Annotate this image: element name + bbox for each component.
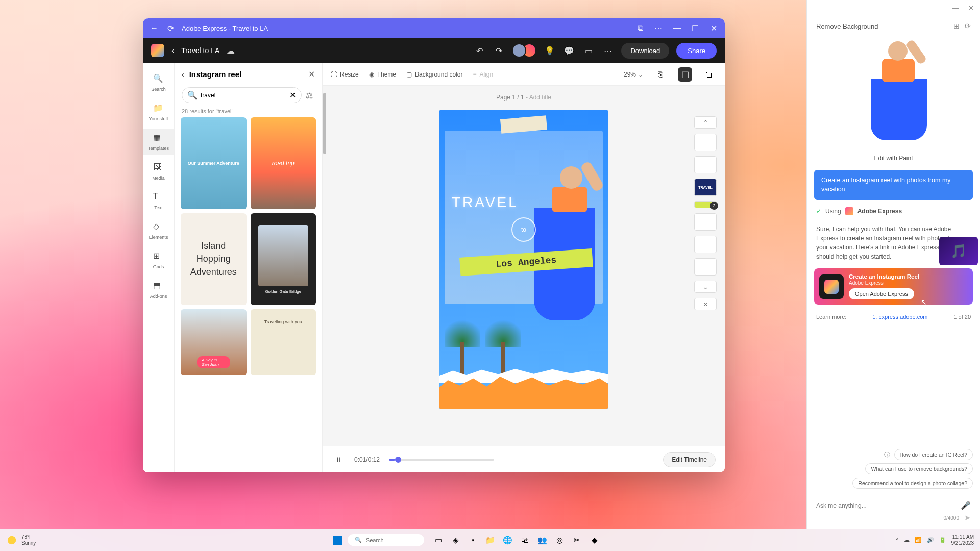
expand-layers-icon[interactable]: ⌄ xyxy=(694,281,717,293)
refresh-icon[interactable]: ⟳ xyxy=(165,23,176,33)
search-field[interactable] xyxy=(201,92,286,99)
system-tray[interactable]: ^ ☁ 📶 🔊 🔋 11:11 AM 9/21/2023 xyxy=(896,534,974,546)
teams-icon[interactable]: 👥 xyxy=(535,533,550,547)
send-icon[interactable]: ➤ xyxy=(964,513,971,522)
volume-icon[interactable]: 🔊 xyxy=(927,537,934,543)
info-icon[interactable]: ⓘ xyxy=(884,450,890,459)
cloud-sync-icon[interactable]: ☁ xyxy=(227,46,235,56)
panel-close-icon[interactable]: ✕ xyxy=(308,69,315,79)
resize-button[interactable]: ⛶Resize xyxy=(331,71,359,78)
suggestion-chip[interactable]: How do I create an IG Reel? xyxy=(894,449,973,460)
template-thumb[interactable]: Island Hopping Adventures xyxy=(181,213,247,305)
rail-templates[interactable]: ▦ Templates xyxy=(143,129,174,155)
layer-thumb[interactable] xyxy=(694,236,717,253)
task-view-icon[interactable]: ▭ xyxy=(431,533,446,547)
edge-icon[interactable]: 🌐 xyxy=(501,533,515,547)
template-thumb[interactable]: Our Summer Adventure xyxy=(181,117,247,209)
template-thumb[interactable]: Travelling with you xyxy=(251,309,316,375)
adobe-express-card[interactable]: Create an Instagram Reel Adobe Express O… xyxy=(814,268,973,305)
mic-icon[interactable]: 🎤 xyxy=(961,500,971,510)
back-icon[interactable]: ← xyxy=(149,23,159,33)
close-icon[interactable]: ✕ xyxy=(708,23,719,33)
learn-more-link[interactable]: 1. express.adobe.com xyxy=(872,314,927,320)
copilot-input[interactable] xyxy=(816,502,957,509)
filter-icon[interactable]: ⚖ xyxy=(306,91,315,100)
minimize-icon[interactable]: — xyxy=(672,23,682,33)
timeline-track[interactable] xyxy=(389,459,494,461)
preview-icon[interactable]: ▭ xyxy=(582,44,595,57)
rail-media[interactable]: 🖼 Media xyxy=(143,158,174,185)
timeline-bar: ⏸ 0:01/0:12 Edit Timeline xyxy=(323,446,725,472)
chevron-up-icon[interactable]: ^ xyxy=(896,537,898,543)
suggestion-chip[interactable]: What can I use to remove backgrounds? xyxy=(865,463,973,474)
store-icon[interactable]: 🛍 xyxy=(518,533,532,547)
layer-thumb[interactable] xyxy=(694,213,717,231)
header-back-icon[interactable]: ‹ xyxy=(172,46,174,55)
more-icon[interactable]: ⋯ xyxy=(653,23,664,33)
rail-text[interactable]: T Text xyxy=(143,188,174,214)
collapse-layers-icon[interactable]: ⌃ xyxy=(694,116,717,129)
artboard[interactable]: TRAVEL to Los Angeles xyxy=(439,110,608,409)
resize-icon: ⛶ xyxy=(331,71,337,78)
delete-icon[interactable]: 🗑 xyxy=(702,67,717,82)
layer-thumb[interactable]: 2 xyxy=(694,201,717,208)
grid-view-icon[interactable]: ⊞ xyxy=(953,22,960,30)
share-button[interactable]: Share xyxy=(676,43,717,59)
template-thumb[interactable]: A Day in San Juan xyxy=(181,309,247,375)
explorer-icon[interactable]: 📁 xyxy=(483,533,498,547)
template-search-input[interactable]: 🔍 ✕ xyxy=(182,87,302,103)
pause-icon[interactable]: ⏸ xyxy=(332,453,345,466)
weather-widget[interactable]: 78°F Sunny xyxy=(6,534,36,546)
more-options-icon[interactable]: ⋯ xyxy=(602,44,614,57)
rail-addons[interactable]: ⬒ Add-ons xyxy=(143,277,174,303)
taskbar-search[interactable]: 🔍Search xyxy=(348,534,424,546)
app-icon[interactable]: ▪ xyxy=(466,533,480,547)
layer-thumb[interactable] xyxy=(694,134,717,151)
comment-icon[interactable]: 💬 xyxy=(563,44,575,57)
layer-thumb[interactable]: TRAVEL xyxy=(694,179,717,196)
rail-elements[interactable]: ◇ Elements xyxy=(143,217,174,244)
layer-thumb[interactable] xyxy=(694,258,717,276)
theme-button[interactable]: ◉Theme xyxy=(369,71,396,78)
suggestion-chip[interactable]: Recommend a tool to design a photo colla… xyxy=(852,478,973,489)
close-layers-icon[interactable]: ✕ xyxy=(694,298,717,310)
close-copilot-icon[interactable]: ✕ xyxy=(968,4,974,12)
clock[interactable]: 11:11 AM 9/21/2023 xyxy=(951,534,974,546)
clear-search-icon[interactable]: ✕ xyxy=(289,90,296,100)
layers-column: ⌃ TRAVEL 2 ⌄ ✕ xyxy=(693,116,718,310)
collaborator-avatars[interactable] xyxy=(512,43,536,58)
playhead-knob[interactable] xyxy=(395,457,401,463)
panel-back-icon[interactable]: ‹ xyxy=(182,70,184,79)
app-icon[interactable]: ✂ xyxy=(570,533,584,547)
edit-with-paint-link[interactable]: Edit with Paint xyxy=(807,152,980,170)
layers-icon[interactable]: ◫ xyxy=(678,67,692,82)
layer-thumb[interactable] xyxy=(694,156,717,173)
template-thumb[interactable]: road trip xyxy=(251,117,316,209)
zoom-dropdown[interactable]: 29%⌄ xyxy=(624,71,643,78)
copilot-taskbar-icon[interactable]: ◈ xyxy=(449,533,463,547)
wifi-icon[interactable]: 📶 xyxy=(915,537,922,543)
rail-grids[interactable]: ⊞ Grids xyxy=(143,247,174,273)
duplicate-icon[interactable]: ⎘ xyxy=(653,67,668,82)
refresh-icon[interactable]: ⟳ xyxy=(965,22,971,30)
rail-search[interactable]: 🔍 Search xyxy=(143,69,174,96)
edit-timeline-button[interactable]: Edit Timeline xyxy=(663,452,716,467)
open-adobe-express-button[interactable]: Open Adobe Express xyxy=(849,288,914,299)
bg-color-button[interactable]: ▢Background color xyxy=(406,71,462,78)
document-title[interactable]: Travel to LA xyxy=(181,46,219,55)
device-icon[interactable]: ⧉ xyxy=(635,23,645,33)
template-thumb[interactable]: Golden Gate Bridge xyxy=(251,213,316,305)
undo-icon[interactable]: ↶ xyxy=(473,44,485,57)
maximize-icon[interactable]: ☐ xyxy=(690,23,700,33)
onedrive-icon[interactable]: ☁ xyxy=(904,537,910,543)
battery-icon[interactable]: 🔋 xyxy=(939,537,946,543)
adobe-express-taskbar-icon[interactable]: ◆ xyxy=(587,533,602,547)
rail-your-stuff[interactable]: 📁 Your stuff xyxy=(143,99,174,126)
start-button[interactable] xyxy=(330,533,345,547)
minimize-copilot-icon[interactable]: — xyxy=(952,4,959,12)
light-icon[interactable]: 💡 xyxy=(544,44,556,57)
app-icon[interactable]: ◎ xyxy=(553,533,567,547)
redo-icon[interactable]: ↷ xyxy=(493,44,505,57)
download-button[interactable]: Download xyxy=(621,43,669,59)
add-title-link[interactable]: - Add title xyxy=(524,94,551,101)
